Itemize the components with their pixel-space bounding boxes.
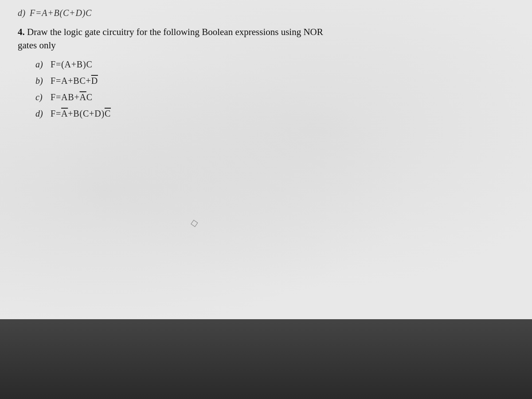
- prev-question: d) F=A+B(C+D)C: [18, 8, 323, 18]
- prev-formula: F=A+B(C+D)C: [30, 8, 92, 18]
- overline-a: A: [79, 92, 86, 102]
- overline-a2: A: [61, 109, 68, 118]
- formula-d: F=A+B(C+D)C: [51, 106, 111, 121]
- sub-label-c: c): [35, 90, 44, 105]
- list-item: a) F=(A+B)C: [35, 57, 323, 72]
- sub-items-list: a) F=(A+B)C b) F=A+BC+D c) F=AB+AC d) F=…: [35, 57, 323, 121]
- list-item: c) F=AB+AC: [35, 90, 323, 105]
- prev-label: d): [18, 8, 25, 18]
- overline-d: D: [91, 76, 98, 86]
- dark-bottom-bar: [0, 319, 532, 399]
- list-item: d) F=A+B(C+D)C: [35, 106, 323, 121]
- page-content: d) F=A+B(C+D)C 4. Draw the logic gate ci…: [0, 0, 341, 131]
- question-continuation: gates only: [18, 40, 56, 51]
- overline-c: C: [105, 109, 111, 118]
- formula-a: F=(A+B)C: [51, 57, 93, 72]
- formula-c: F=AB+AC: [51, 90, 93, 105]
- question-number: 4.: [18, 27, 25, 37]
- question-intro: Draw the logic gate circuitry for the fo…: [27, 27, 323, 37]
- list-item: b) F=A+BC+D: [35, 73, 323, 89]
- sub-label-a: a): [35, 57, 44, 72]
- sub-label-b: b): [35, 73, 44, 89]
- question-header: 4. Draw the logic gate circuitry for the…: [18, 25, 323, 52]
- formula-b: F=A+BC+D: [51, 73, 98, 89]
- sub-label-d: d): [35, 106, 44, 121]
